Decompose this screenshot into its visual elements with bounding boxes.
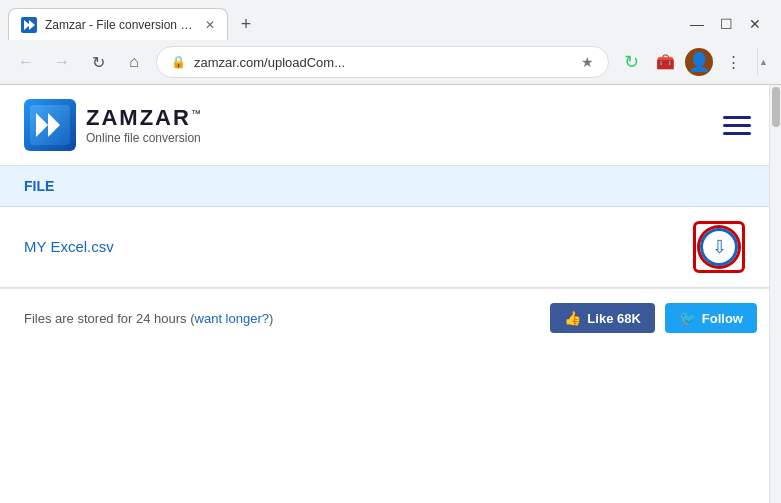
hamburger-menu[interactable]	[717, 110, 757, 141]
hamburger-line-1	[723, 116, 751, 119]
tab-bar: Zamzar - File conversion progres ✕ + — ☐…	[0, 0, 781, 40]
address-bar-row: ← → ↻ ⌂ 🔒 zamzar.com/uploadCom... ★ ↻ 🧰 …	[0, 40, 781, 84]
download-icon: ⇩	[712, 238, 727, 256]
hamburger-line-2	[723, 124, 751, 127]
browser-chrome: Zamzar - File conversion progres ✕ + — ☐…	[0, 0, 781, 85]
storage-text-label: Files are stored for 24 hours	[24, 311, 187, 326]
facebook-like-button[interactable]: 👍 Like 68K	[550, 303, 654, 333]
logo-icon	[24, 99, 76, 151]
logo-name: ZAMZAR™	[86, 105, 203, 131]
zamzar-header: ZAMZAR™ Online file conversion	[0, 85, 781, 166]
zamzar-logo: ZAMZAR™ Online file conversion	[24, 99, 203, 151]
file-name-cell: MY Excel.csv	[0, 207, 649, 288]
back-button[interactable]: ←	[12, 48, 40, 76]
hamburger-line-3	[723, 132, 751, 135]
scrollbar-thumb	[772, 87, 780, 127]
forward-button[interactable]: →	[48, 48, 76, 76]
social-buttons: 👍 Like 68K 🐦 Follow	[550, 303, 757, 333]
sync-icon[interactable]: ↻	[617, 48, 645, 76]
page-content: ZAMZAR™ Online file conversion FILE MY E…	[0, 85, 781, 503]
menu-icon[interactable]: ⋮	[719, 48, 747, 76]
extensions-icon[interactable]: 🧰	[651, 48, 679, 76]
lock-icon: 🔒	[171, 55, 186, 69]
footer-row: Files are stored for 24 hours (want long…	[0, 288, 781, 347]
bookmark-icon[interactable]: ★	[581, 54, 594, 70]
like-label: Like 68K	[587, 311, 640, 326]
active-tab[interactable]: Zamzar - File conversion progres ✕	[8, 8, 228, 40]
tab-title: Zamzar - File conversion progres	[45, 18, 197, 32]
tab-close-button[interactable]: ✕	[205, 19, 215, 31]
home-button[interactable]: ⌂	[120, 48, 148, 76]
address-text: zamzar.com/uploadCom...	[194, 55, 573, 70]
logo-text: ZAMZAR™ Online file conversion	[86, 105, 203, 145]
logo-subtitle: Online file conversion	[86, 131, 203, 145]
download-column-header	[649, 166, 769, 207]
close-button[interactable]: ✕	[749, 16, 761, 32]
scrollbar-top-arrow: ▲	[757, 48, 769, 76]
profile-avatar[interactable]: 👤	[685, 48, 713, 76]
download-button[interactable]: ⇩	[700, 228, 738, 266]
follow-label: Follow	[702, 311, 743, 326]
window-controls: — ☐ ✕	[690, 16, 773, 32]
twitter-bird-icon: 🐦	[679, 310, 696, 326]
maximize-button[interactable]: ☐	[720, 16, 733, 32]
address-box[interactable]: 🔒 zamzar.com/uploadCom... ★	[156, 46, 609, 78]
file-column-header: FILE	[0, 166, 649, 207]
toolbar-icons: ↻ 🧰 👤 ⋮	[617, 48, 747, 76]
new-tab-button[interactable]: +	[232, 10, 260, 38]
table-row: MY Excel.csv ⇩	[0, 207, 769, 288]
download-cell: ⇩	[649, 207, 769, 288]
thumbs-up-icon: 👍	[564, 310, 581, 326]
want-longer-link[interactable]: want longer?	[195, 311, 269, 326]
logo-trademark: ™	[191, 108, 203, 119]
tab-favicon	[21, 17, 37, 33]
storage-text: Files are stored for 24 hours (want long…	[24, 311, 273, 326]
twitter-follow-button[interactable]: 🐦 Follow	[665, 303, 757, 333]
scrollbar[interactable]	[769, 85, 781, 503]
logo-name-text: ZAMZAR	[86, 105, 191, 130]
file-link[interactable]: MY Excel.csv	[24, 238, 114, 255]
reload-button[interactable]: ↻	[84, 48, 112, 76]
file-table: FILE MY Excel.csv ⇩	[0, 166, 769, 288]
download-highlight-box: ⇩	[693, 221, 745, 273]
minimize-button[interactable]: —	[690, 16, 704, 32]
